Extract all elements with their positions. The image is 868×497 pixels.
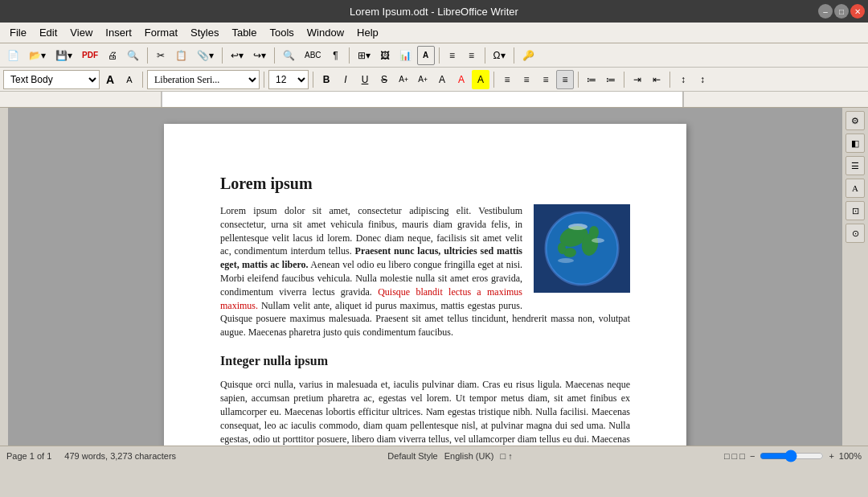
sep-fmt1 (142, 72, 143, 88)
sep-fmt4 (493, 72, 494, 88)
menu-format[interactable]: Format (138, 25, 184, 40)
separator-5 (439, 47, 440, 64)
textbox-button[interactable]: A (417, 46, 435, 65)
menu-tools[interactable]: Tools (263, 25, 300, 40)
svg-point-7 (589, 226, 599, 239)
font-color-button[interactable]: A (452, 70, 470, 89)
menu-window[interactable]: Window (301, 25, 350, 40)
bold-button[interactable]: B (317, 70, 335, 89)
word-count: 479 words, 3,273 characters (64, 451, 176, 461)
chart-button[interactable]: 📊 (395, 46, 416, 65)
style-dropdown[interactable]: Text Body (3, 70, 100, 89)
svg-point-10 (592, 238, 604, 243)
font-dropdown[interactable]: Liberation Seri... (147, 70, 260, 89)
save-button[interactable]: 💾▾ (51, 46, 76, 65)
main-area: Lorem ipsum (0, 108, 868, 446)
titlebar: Lorem Ipsum.odt - LibreOffice Writer – □… (0, 0, 868, 23)
redo-button[interactable]: ↪▾ (249, 46, 270, 65)
sidebar-styles-btn[interactable]: ☰ (845, 156, 865, 175)
more-controls-button[interactable]: ≡ (444, 46, 461, 65)
clear-format-button[interactable]: A (433, 70, 451, 89)
para1-end: Nullam velit ante, aliquet id purus maxi… (220, 300, 630, 339)
sep-fmt2 (264, 72, 264, 88)
align-center-button[interactable]: ≡ (518, 70, 535, 89)
ruler (0, 92, 868, 108)
svg-point-9 (568, 224, 588, 230)
line-spacing-button[interactable]: ↕ (694, 70, 711, 89)
increase-indent-button[interactable]: ⇥ (628, 70, 646, 89)
sep-fmt3 (313, 72, 313, 88)
subscript-button[interactable]: A+ (414, 70, 432, 89)
paragraph-marks-button[interactable]: ¶ (327, 46, 345, 65)
size-dropdown[interactable]: 12 (268, 70, 309, 89)
menu-view[interactable]: View (63, 25, 99, 40)
menu-styles[interactable]: Styles (184, 25, 225, 40)
unordered-list-button[interactable]: ≔ (583, 70, 600, 89)
insert-mode: □ ↑ (500, 451, 512, 461)
increase-font-btn[interactable]: A (101, 70, 119, 89)
separator-4 (349, 47, 350, 64)
statusbar: Page 1 of 1 479 words, 3,273 characters … (0, 446, 868, 465)
copy-button[interactable]: 📋 (171, 46, 191, 65)
zoom-out-icon[interactable]: − (750, 451, 755, 461)
italic-button[interactable]: I (337, 70, 354, 89)
decrease-font-btn[interactable]: A (121, 70, 138, 89)
page-container[interactable]: Lorem ipsum (8, 108, 842, 446)
sidebar-font-btn[interactable]: A (845, 179, 865, 198)
zoom-in-icon[interactable]: + (829, 451, 833, 461)
underline-button[interactable]: U (356, 70, 374, 89)
print-button[interactable]: 🖨 (104, 46, 121, 65)
status-right: □ □ □ − + 100% (724, 451, 862, 461)
status-center: Default Style English (UK) □ ↑ (387, 451, 512, 461)
para2-text: Quisque orci nulla, varius in malesuada … (220, 379, 630, 446)
title-text: Lorem Ipsum.odt - LibreOffice Writer (350, 6, 518, 18)
heading-2: Integer nulla ipsum (220, 352, 630, 370)
separator-1 (147, 47, 148, 64)
right-sidebar: ⚙ ◧ ☰ A ⊡ ⊙ (842, 108, 868, 446)
align-right-button[interactable]: ≡ (537, 70, 555, 89)
export-pdf-button[interactable]: PDF (78, 46, 102, 65)
menu-help[interactable]: Help (350, 25, 385, 40)
spellabc-button[interactable]: ABC (301, 46, 326, 65)
symbol-button[interactable]: Ω▾ (489, 46, 510, 65)
sep-fmt6 (624, 72, 624, 88)
image-button[interactable]: 🖼 (376, 46, 394, 65)
macro-button[interactable]: 🔑 (518, 46, 538, 65)
highlight-button[interactable]: A (472, 70, 489, 89)
restore-button[interactable]: □ (834, 4, 849, 18)
cut-button[interactable]: ✂ (152, 46, 170, 65)
open-button[interactable]: 📂▾ (25, 46, 50, 65)
another-button[interactable]: ≡ (463, 46, 481, 65)
align-left-button[interactable]: ≡ (498, 70, 516, 89)
view-icons: □ □ □ (724, 451, 745, 461)
menu-table[interactable]: Table (225, 25, 263, 40)
superscript-button[interactable]: A+ (395, 70, 412, 89)
new-button[interactable]: 📄 (3, 46, 23, 65)
decrease-indent-button[interactable]: ⇤ (648, 70, 665, 89)
body-paragraph-1: Lorem ipsum dolor sit amet, consectetur … (220, 204, 630, 339)
minimize-button[interactable]: – (818, 4, 833, 18)
separator-6 (485, 47, 485, 64)
sidebar-gallery-btn[interactable]: ⊡ (845, 201, 865, 220)
print-preview-button[interactable]: 🔍 (123, 46, 143, 65)
sidebar-panel-btn[interactable]: ◧ (845, 133, 865, 153)
find-button[interactable]: 🔍 (279, 46, 299, 65)
separator-7 (514, 47, 514, 64)
undo-button[interactable]: ↩▾ (227, 46, 248, 65)
menu-file[interactable]: File (3, 25, 33, 40)
left-margin (0, 108, 8, 446)
paste-button[interactable]: 📎▾ (193, 46, 218, 65)
zoom-slider[interactable] (760, 452, 824, 460)
ordered-list-button[interactable]: ≔ (602, 70, 620, 89)
sidebar-settings-btn[interactable]: ⚙ (845, 111, 865, 130)
paragraph-spacing-button[interactable]: ↕ (674, 70, 692, 89)
ruler-marks (162, 92, 684, 108)
sidebar-nav-btn[interactable]: ⊙ (845, 224, 865, 243)
formatting-toolbar: Text Body A A Liberation Seri... 12 B I … (0, 68, 868, 92)
close-button[interactable]: ✕ (850, 4, 865, 18)
table-button[interactable]: ⊞▾ (354, 46, 375, 65)
strikethrough-button[interactable]: S (375, 70, 393, 89)
align-justify-button[interactable]: ≡ (556, 70, 574, 89)
menu-edit[interactable]: Edit (33, 25, 63, 40)
menu-insert[interactable]: Insert (99, 25, 138, 40)
